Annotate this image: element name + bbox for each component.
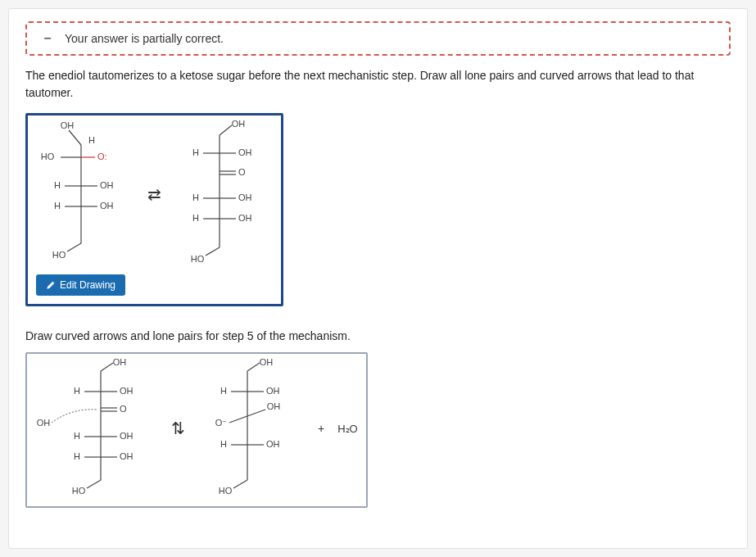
svg-text:O: O <box>120 404 127 414</box>
svg-text:OH: OH <box>100 180 114 190</box>
svg-text:H: H <box>74 431 80 441</box>
equilibrium-arrow-1: ⇄ <box>143 184 166 204</box>
svg-text:H: H <box>192 213 199 223</box>
svg-line-19 <box>220 125 232 135</box>
svg-line-66 <box>229 416 247 423</box>
svg-text:OH: OH <box>37 418 51 428</box>
svg-text:OH: OH <box>260 359 274 367</box>
svg-text:H: H <box>192 147 199 157</box>
svg-text:HO: HO <box>41 152 55 161</box>
svg-line-39 <box>101 363 113 371</box>
drawing-panel-1[interactable]: OH H O: HO H OH H OH HO <box>25 113 283 306</box>
svg-text:H: H <box>88 135 95 145</box>
plus-symbol: + <box>313 422 329 435</box>
svg-text:O: O <box>238 167 246 177</box>
svg-text:OH: OH <box>100 201 114 211</box>
svg-text:H: H <box>220 386 227 396</box>
svg-text:H: H <box>54 201 61 211</box>
svg-text:OH: OH <box>113 359 127 367</box>
prompt-text-1: The enediol tautomerizes to a ketose sug… <box>25 67 731 102</box>
structure-enediol: OH H O: HO H OH H OH HO <box>36 120 134 268</box>
svg-text:OH: OH <box>232 120 246 129</box>
structure-step5-right: OH H OH O⁻ OH H OH HO <box>198 359 305 498</box>
pencil-icon <box>46 281 55 290</box>
svg-line-36 <box>206 247 220 256</box>
svg-line-60 <box>247 363 260 371</box>
question-container: − Your answer is partially correct. The … <box>8 8 748 549</box>
edit-drawing-button[interactable]: Edit Drawing <box>36 274 125 296</box>
equilibrium-arrow-2: ⇅ <box>166 419 190 438</box>
svg-text:OH: OH <box>238 213 252 223</box>
structure-step5-left: OH H OH O OH H OH H <box>35 359 158 498</box>
svg-text:H: H <box>192 192 199 202</box>
panel-1-content: OH H O: HO H OH H OH HO <box>36 120 273 268</box>
svg-text:HO: HO <box>219 486 233 496</box>
svg-text:OH: OH <box>120 451 134 461</box>
svg-text:OH: OH <box>238 147 252 157</box>
svg-text:HO: HO <box>191 254 205 264</box>
svg-text:OH: OH <box>238 192 252 202</box>
svg-line-57 <box>87 480 101 488</box>
svg-text:HO: HO <box>72 486 86 496</box>
svg-text:O⁻: O⁻ <box>215 418 228 428</box>
feedback-banner: − Your answer is partially correct. <box>25 21 731 56</box>
minus-icon: − <box>40 31 55 46</box>
svg-text:H: H <box>220 439 227 449</box>
svg-line-68 <box>247 410 265 416</box>
structure-ketose: OH H OH O H OH H OH <box>174 120 273 268</box>
svg-text:OH: OH <box>120 431 134 441</box>
svg-text:HO: HO <box>52 250 66 260</box>
svg-text:H: H <box>74 451 80 461</box>
feedback-text: Your answer is partially correct. <box>65 32 224 45</box>
byproduct-h2o: H₂O <box>337 423 358 435</box>
svg-text:OH: OH <box>61 120 75 130</box>
svg-text:O:: O: <box>97 152 107 161</box>
svg-line-1 <box>69 130 81 145</box>
drawing-panel-2[interactable]: OH H OH O OH H OH H <box>25 352 368 508</box>
panel-2-content: OH H OH O OH H OH H <box>35 359 358 498</box>
svg-text:H: H <box>54 180 61 190</box>
svg-text:OH: OH <box>266 386 280 396</box>
svg-text:OH: OH <box>120 386 134 396</box>
svg-line-16 <box>67 243 81 251</box>
svg-text:OH: OH <box>266 439 280 449</box>
svg-text:H: H <box>74 386 80 396</box>
svg-line-74 <box>233 480 247 488</box>
prompt-text-2: Draw curved arrows and lone pairs for st… <box>25 329 731 342</box>
edit-button-label: Edit Drawing <box>60 279 115 291</box>
svg-text:OH: OH <box>267 401 281 411</box>
